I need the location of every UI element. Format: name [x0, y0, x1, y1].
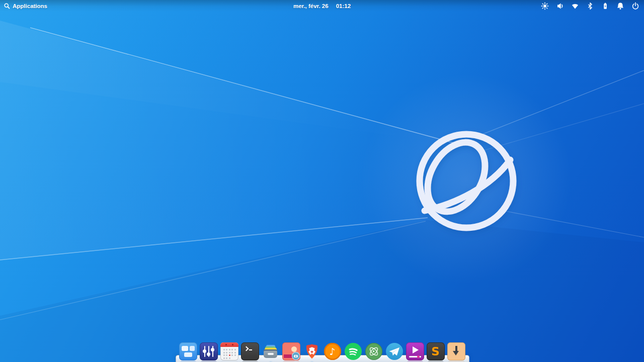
notifications-icon[interactable]	[616, 0, 624, 12]
dock-item-atom-app[interactable]	[365, 342, 383, 360]
dock-item-sliders[interactable]	[200, 342, 218, 360]
power-icon[interactable]	[631, 0, 639, 12]
brave-icon	[303, 342, 321, 360]
dock-item-sublime-text[interactable]: S	[427, 342, 445, 360]
dock-item-installer[interactable]	[447, 342, 465, 360]
dock-item-brave-browser[interactable]	[303, 342, 321, 360]
sliders-icon	[200, 342, 218, 360]
download-arrow-icon	[447, 342, 465, 360]
sound-icon[interactable]	[555, 0, 564, 12]
dock-item-multitasking-view[interactable]	[179, 342, 197, 360]
panel-date: mer., févr. 26	[293, 3, 329, 9]
dock-item-calendar[interactable]	[220, 342, 238, 360]
videos-icon	[406, 342, 424, 360]
brightness-icon[interactable]	[540, 0, 549, 12]
battery-icon[interactable]	[601, 0, 609, 12]
files-icon	[262, 342, 280, 360]
datetime-indicator[interactable]: mer., févr. 26 01:12	[293, 0, 351, 12]
wallpaper	[0, 0, 644, 362]
system-indicators	[540, 0, 644, 12]
dock: ♪	[0, 332, 644, 362]
dock-item-telegram[interactable]	[385, 342, 404, 360]
spotify-icon	[345, 343, 362, 360]
atom-icon	[365, 343, 382, 360]
sublime-text-icon: S	[427, 342, 445, 360]
dock-item-videos[interactable]	[406, 342, 424, 360]
calendar-icon	[220, 342, 238, 360]
dock-item-music[interactable]: ♪	[324, 342, 342, 360]
music-icon: ♪	[324, 343, 341, 360]
dock-apps: ♪	[176, 342, 468, 360]
bluetooth-icon[interactable]	[586, 0, 594, 12]
light-rays	[0, 21, 644, 362]
wifi-icon[interactable]	[571, 0, 579, 12]
multitasking-icon	[179, 342, 197, 360]
applications-menu-button[interactable]: Applications	[0, 0, 47, 12]
terminal-icon	[241, 342, 259, 360]
dock-item-terminal[interactable]	[241, 342, 259, 360]
desktop: Applications mer., févr. 26 01:12	[0, 0, 644, 362]
dock-item-spotify[interactable]	[344, 342, 362, 360]
search-icon	[4, 3, 11, 10]
photos-icon	[282, 342, 300, 360]
dock-item-photos[interactable]	[282, 342, 300, 360]
panel-time: 01:12	[336, 3, 351, 9]
telegram-icon	[386, 343, 403, 360]
elementary-logo	[416, 132, 513, 228]
applications-label: Applications	[13, 3, 47, 9]
dock-item-files[interactable]	[262, 342, 280, 360]
camera-badge-icon	[292, 352, 300, 360]
top-panel: Applications mer., févr. 26 01:12	[0, 0, 644, 12]
